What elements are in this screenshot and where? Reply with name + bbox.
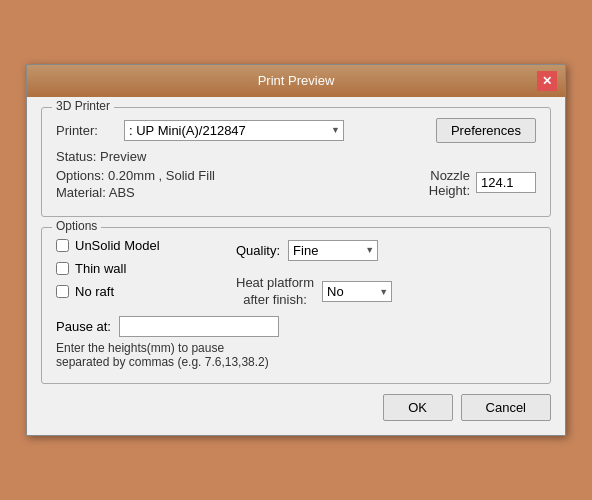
no-raft-checkbox[interactable]	[56, 285, 69, 298]
right-col: Quality: Fine Normal Fast Heat platforma…	[236, 238, 536, 309]
thin-wall-row: Thin wall	[56, 261, 236, 276]
quality-select-wrap[interactable]: Fine Normal Fast	[288, 240, 378, 261]
close-button[interactable]: ✕	[537, 71, 557, 91]
pause-row: Pause at:	[56, 316, 536, 337]
print-preview-window: Print Preview ✕ 3D Printer Printer: : UP…	[26, 64, 566, 437]
pause-hint: Enter the heights(mm) to pauseseparated …	[56, 341, 536, 369]
window-title: Print Preview	[55, 73, 537, 88]
options-group-label: Options	[52, 219, 101, 233]
preferences-button[interactable]: Preferences	[436, 118, 536, 143]
nozzle-height-input[interactable]	[476, 172, 536, 193]
info-nozzle-row: Options: 0.20mm , Solid Fill Material: A…	[56, 168, 536, 202]
no-raft-label: No raft	[75, 284, 114, 299]
left-col: UnSolid Model Thin wall No raft	[56, 238, 236, 309]
options-info: Options: 0.20mm , Solid Fill	[56, 168, 429, 183]
heat-select-wrap[interactable]: No Yes	[322, 281, 392, 302]
printer-row: Printer: : UP Mini(A)/212847 Preferences	[56, 118, 536, 143]
title-bar: Print Preview ✕	[27, 65, 565, 97]
printer-group: 3D Printer Printer: : UP Mini(A)/212847 …	[41, 107, 551, 217]
printer-label: Printer:	[56, 123, 116, 138]
thin-wall-checkbox[interactable]	[56, 262, 69, 275]
nozzle-area: NozzleHeight:	[429, 168, 536, 198]
ok-button[interactable]: OK	[383, 394, 453, 421]
heat-label: Heat platformafter finish:	[236, 275, 314, 309]
printer-group-label: 3D Printer	[52, 99, 114, 113]
material-info: Material: ABS	[56, 185, 429, 200]
pause-input[interactable]	[119, 316, 279, 337]
unsolid-checkbox[interactable]	[56, 239, 69, 252]
bottom-buttons: OK Cancel	[41, 394, 551, 421]
nozzle-label: NozzleHeight:	[429, 168, 470, 198]
thin-wall-label: Thin wall	[75, 261, 126, 276]
printer-select[interactable]: : UP Mini(A)/212847	[124, 120, 344, 141]
options-group: Options UnSolid Model Thin wall No raft	[41, 227, 551, 385]
printer-select-wrap[interactable]: : UP Mini(A)/212847	[124, 120, 344, 141]
unsolid-row: UnSolid Model	[56, 238, 236, 253]
no-raft-row: No raft	[56, 284, 236, 299]
unsolid-label: UnSolid Model	[75, 238, 160, 253]
quality-label: Quality:	[236, 243, 280, 258]
cancel-button[interactable]: Cancel	[461, 394, 551, 421]
pause-section: Pause at: Enter the heights(mm) to pause…	[56, 316, 536, 369]
heat-row: Heat platformafter finish: No Yes	[236, 275, 536, 309]
status-line: Status: Preview	[56, 149, 536, 164]
quality-row: Quality: Fine Normal Fast	[236, 240, 536, 261]
window-body: 3D Printer Printer: : UP Mini(A)/212847 …	[27, 97, 565, 436]
heat-select[interactable]: No Yes	[322, 281, 392, 302]
options-grid: UnSolid Model Thin wall No raft Quality:	[56, 238, 536, 309]
pause-label: Pause at:	[56, 319, 111, 334]
quality-select[interactable]: Fine Normal Fast	[288, 240, 378, 261]
info-col: Options: 0.20mm , Solid Fill Material: A…	[56, 168, 429, 202]
